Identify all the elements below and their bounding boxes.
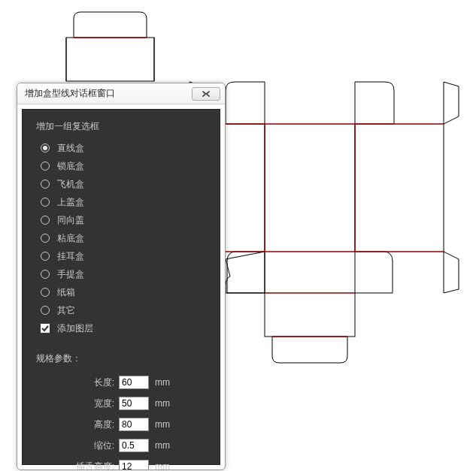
param-unit: mm <box>155 377 170 388</box>
params-section-label: 规格参数： <box>36 352 206 365</box>
box-type-option[interactable]: 其它 <box>41 301 206 319</box>
option-label: 挂耳盒 <box>57 250 84 263</box>
option-label: 飞机盒 <box>57 178 84 191</box>
param-unit: mm <box>155 461 170 470</box>
radio-icon <box>41 288 50 297</box>
param-label: 长度: <box>36 376 119 389</box>
option-label: 同向盖 <box>57 214 84 227</box>
svg-rect-3 <box>355 124 444 252</box>
box-type-group-label: 增加一组复选框 <box>36 120 206 133</box>
box-type-options: 直线盒 锁底盒 飞机盒 上盖盒 同向盖 粘底盒 挂耳盒 手提盒 纸箱 其它 添加… <box>41 139 206 337</box>
option-label: 上盖盒 <box>57 196 84 209</box>
add-box-line-dialog: 增加盒型线对话框窗口 增加一组复选框 直线盒 锁底盒 飞机盒 上盖盒 同向盖 粘… <box>17 83 226 470</box>
box-type-option[interactable]: 挂耳盒 <box>41 247 206 265</box>
param-label: 宽度: <box>36 397 119 410</box>
add-layer-label: 添加图层 <box>57 322 93 335</box>
shrink-input[interactable] <box>119 439 149 452</box>
param-unit: mm <box>155 440 170 451</box>
close-icon <box>201 90 211 98</box>
svg-rect-2 <box>265 124 355 252</box>
option-label: 其它 <box>57 304 75 317</box>
param-row-height: 高度: mm <box>36 415 206 434</box>
dialog-titlebar: 增加盒型线对话框窗口 <box>17 83 225 104</box>
box-type-option[interactable]: 飞机盒 <box>41 175 206 193</box>
box-type-option[interactable]: 同向盖 <box>41 211 206 229</box>
option-label: 纸箱 <box>57 286 75 299</box>
tuck-height-input[interactable] <box>119 460 149 470</box>
dialog-title: 增加盒型线对话框窗口 <box>25 87 192 100</box>
param-row-shrink: 缩位: mm <box>36 436 206 455</box>
radio-icon <box>41 143 50 152</box>
height-input[interactable] <box>119 418 149 431</box>
param-row-length: 长度: mm <box>36 373 206 392</box>
box-type-option[interactable]: 锁底盒 <box>41 157 206 175</box>
option-label: 手提盒 <box>57 268 84 281</box>
box-type-option[interactable]: 上盖盒 <box>41 193 206 211</box>
box-type-option[interactable]: 粘底盒 <box>41 229 206 247</box>
length-input[interactable] <box>119 376 149 389</box>
radio-icon <box>41 180 50 189</box>
width-input[interactable] <box>119 397 149 410</box>
checkbox-icon <box>41 324 50 333</box>
param-unit: mm <box>155 398 170 409</box>
param-label: 插舌高度: <box>36 460 119 471</box>
radio-icon <box>41 216 50 225</box>
add-layer-checkbox[interactable]: 添加图层 <box>41 319 206 337</box>
close-button[interactable] <box>192 87 220 101</box>
option-label: 锁底盒 <box>57 160 84 173</box>
param-label: 高度: <box>36 418 119 431</box>
svg-rect-0 <box>66 38 154 81</box>
param-unit: mm <box>155 419 170 430</box>
option-label: 直线盒 <box>57 142 84 155</box>
radio-icon <box>41 252 50 261</box>
box-type-option[interactable]: 直线盒 <box>41 139 206 157</box>
option-label: 粘底盒 <box>57 232 84 245</box>
radio-icon <box>41 198 50 207</box>
box-type-option[interactable]: 纸箱 <box>41 283 206 301</box>
param-row-width: 宽度: mm <box>36 394 206 413</box>
box-type-option[interactable]: 手提盒 <box>41 265 206 283</box>
dialog-body: 增加一组复选框 直线盒 锁底盒 飞机盒 上盖盒 同向盖 粘底盒 挂耳盒 手提盒 … <box>22 109 220 465</box>
svg-rect-4 <box>265 293 355 337</box>
radio-icon <box>41 306 50 315</box>
param-label: 缩位: <box>36 439 119 452</box>
param-row-tuck-height: 插舌高度: mm <box>36 457 206 470</box>
radio-icon <box>41 162 50 171</box>
radio-icon <box>41 270 50 279</box>
radio-icon <box>41 234 50 243</box>
